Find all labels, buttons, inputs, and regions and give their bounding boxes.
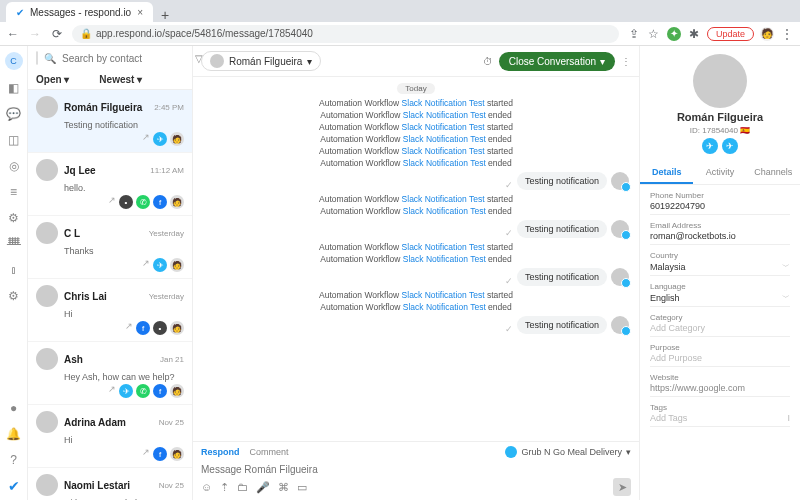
conv-name: Ash — [64, 354, 154, 365]
tab-comment[interactable]: Comment — [250, 447, 289, 457]
template-icon[interactable]: ▭ — [297, 481, 307, 494]
conversation-item[interactable]: Chris LaiYesterdayHi↗f•🧑 — [28, 279, 192, 342]
dashboard-icon[interactable]: ◧ — [6, 80, 22, 96]
filter-open[interactable]: Open ▾ — [36, 74, 69, 85]
workflow-link[interactable]: Slack Notification Test — [403, 134, 486, 144]
attach-icon[interactable]: ⇡ — [220, 481, 229, 494]
list-icon[interactable]: ≡ — [6, 184, 22, 200]
email-field[interactable]: roman@rocketbots.io — [650, 231, 790, 245]
workflow-link[interactable]: Slack Notification Test — [403, 158, 486, 168]
workflow-link[interactable]: Slack Notification Test — [403, 254, 486, 264]
file-icon[interactable]: 🗀 — [237, 481, 248, 493]
extensions-icon[interactable]: ✱ — [687, 27, 701, 41]
address-bar[interactable]: 🔒 app.respond.io/space/54816/message/178… — [72, 25, 619, 43]
conversation-item[interactable]: Adrina AdamNov 25Hi↗f🧑 — [28, 405, 192, 468]
details-panel: Román Filgueira ID: 17854040 🇪🇸 ✈ ✈ Deta… — [640, 46, 800, 500]
workflow-link[interactable]: Slack Notification Test — [403, 110, 486, 120]
reports-icon[interactable]: ⫾ — [6, 262, 22, 278]
workflow-icon[interactable]: ᚙ — [6, 236, 22, 252]
tab-details[interactable]: Details — [640, 162, 693, 184]
message-bubble: Testing notification — [517, 172, 607, 190]
share-icon[interactable]: ⇪ — [627, 27, 641, 41]
emoji-icon[interactable]: ☺ — [201, 481, 212, 493]
help-icon[interactable]: ? — [6, 452, 22, 468]
chat-body[interactable]: TodayAutomation Workflow Slack Notificat… — [193, 77, 639, 441]
reply-icon: ↗ — [108, 384, 116, 398]
workflow-link[interactable]: Slack Notification Test — [403, 302, 486, 312]
category-field[interactable]: Add Category — [650, 323, 790, 337]
snippet-icon[interactable]: ⌘ — [278, 481, 289, 494]
country-field[interactable]: Malaysia﹀ — [650, 261, 790, 276]
message-bubble: Testing notification — [517, 316, 607, 334]
website-field[interactable]: https://www.google.com — [650, 383, 790, 397]
workflow-link[interactable]: Slack Notification Test — [402, 242, 485, 252]
conv-name: Adrina Adam — [64, 417, 153, 428]
browser-tab[interactable]: ✔ Messages - respond.io × — [6, 2, 153, 22]
tags-field[interactable]: Add TagsI — [650, 413, 790, 427]
more-icon[interactable]: ⋮ — [621, 56, 631, 67]
presence-icon[interactable]: ● — [6, 400, 22, 416]
system-message: Automation Workflow Slack Notification T… — [203, 194, 629, 204]
profile-avatar-icon[interactable]: 🧑 — [760, 27, 774, 41]
back-icon[interactable]: ← — [6, 27, 20, 41]
conversation-item[interactable]: Román Filgueira2:45 PMTesting notificati… — [28, 90, 192, 153]
assignee-avatar-icon — [210, 54, 224, 68]
fb-icon: f — [153, 195, 167, 209]
conv-name: Chris Lai — [64, 291, 143, 302]
phone-field[interactable]: 60192204790 — [650, 201, 790, 215]
close-tab-icon[interactable]: × — [137, 7, 143, 18]
message-bubble: Testing notification — [517, 220, 607, 238]
chevron-down-icon: ▾ — [600, 56, 605, 67]
wa-icon: ✆ — [136, 384, 150, 398]
language-field[interactable]: English﹀ — [650, 292, 790, 307]
conv-preview: Hi — [64, 309, 184, 319]
conversation-item[interactable]: C LYesterdayThanks↗✈🧑 — [28, 216, 192, 279]
gear-icon[interactable]: ⚙ — [6, 288, 22, 304]
inbox-toggle-icon[interactable] — [36, 51, 38, 65]
messages-icon[interactable]: 💬 — [6, 106, 22, 122]
forward-icon[interactable]: → — [28, 27, 42, 41]
tab-channels[interactable]: Channels — [747, 162, 800, 184]
settings-icon[interactable]: ⚙ — [6, 210, 22, 226]
tab-respond[interactable]: Respond — [201, 447, 240, 457]
assignee-chip-icon: 🧑 — [170, 447, 184, 461]
timer-icon[interactable]: ⏱ — [483, 56, 493, 67]
reload-icon[interactable]: ⟳ — [50, 27, 64, 41]
send-button[interactable]: ➤ — [613, 478, 631, 496]
chat-panel: Román Filgueira ▾ ⏱ Close Conversation▾ … — [193, 46, 640, 500]
purpose-field[interactable]: Add Purpose — [650, 353, 790, 367]
message-input[interactable] — [201, 461, 631, 478]
conversation-item[interactable]: AshJan 21Hey Ash, how can we help?↗✈✆f🧑 — [28, 342, 192, 405]
conversation-item[interactable]: Jq Lee11:12 AMhello.↗•✆f🧑 — [28, 153, 192, 216]
new-tab-button[interactable]: + — [153, 8, 177, 22]
workflow-link[interactable]: Slack Notification Test — [402, 146, 485, 156]
workflow-link[interactable]: Slack Notification Test — [402, 98, 485, 108]
update-button[interactable]: Update — [707, 27, 754, 41]
telegram-icon[interactable]: ✈ — [722, 138, 738, 154]
assignee-selector[interactable]: Román Filgueira ▾ — [201, 51, 321, 71]
notifications-icon[interactable]: 🔔 — [6, 426, 22, 442]
broadcast-icon[interactable]: ◎ — [6, 158, 22, 174]
channel-badge-icon — [621, 326, 631, 336]
telegram-icon[interactable]: ✈ — [702, 138, 718, 154]
filter-sort[interactable]: Newest ▾ — [99, 74, 142, 85]
reply-icon: ↗ — [108, 195, 116, 209]
close-conversation-button[interactable]: Close Conversation▾ — [499, 52, 615, 71]
fb-icon: f — [136, 321, 150, 335]
workflow-link[interactable]: Slack Notification Test — [403, 206, 486, 216]
workflow-link[interactable]: Slack Notification Test — [402, 290, 485, 300]
menu-icon[interactable]: ⋮ — [780, 27, 794, 41]
channel-selector[interactable]: Grub N Go Meal Delivery ▾ — [505, 446, 631, 458]
workflow-link[interactable]: Slack Notification Test — [402, 194, 485, 204]
workspace-avatar[interactable]: C — [5, 52, 23, 70]
conversation-item[interactable]: Naomi LestariNov 25Hi how can we help?↗f… — [28, 468, 192, 500]
tab-activity[interactable]: Activity — [693, 162, 746, 184]
mic-icon[interactable]: 🎤 — [256, 481, 270, 494]
assignee-chip-icon: 🧑 — [170, 258, 184, 272]
contacts-icon[interactable]: ◫ — [6, 132, 22, 148]
workflow-link[interactable]: Slack Notification Test — [402, 122, 485, 132]
search-input[interactable] — [62, 53, 189, 64]
extension-icon[interactable]: ✦ — [667, 27, 681, 41]
day-divider: Today — [397, 83, 434, 94]
star-icon[interactable]: ☆ — [647, 27, 661, 41]
